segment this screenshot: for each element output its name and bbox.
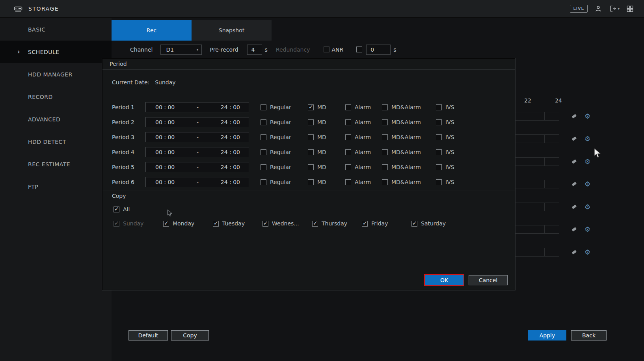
copy-button[interactable]: Copy — [171, 330, 209, 341]
gear-icon[interactable]: ⚙ — [584, 226, 590, 233]
regular-checkbox-cell[interactable]: Regular — [261, 164, 308, 170]
eraser-icon[interactable] — [571, 203, 577, 210]
alarm-checkbox[interactable] — [345, 164, 351, 170]
friday-checkbox[interactable] — [362, 221, 368, 227]
gear-icon[interactable]: ⚙ — [584, 136, 590, 142]
md-checkbox-cell[interactable]: MD — [308, 149, 345, 155]
regular-checkbox[interactable] — [261, 149, 266, 155]
md-alarm-checkbox-cell[interactable]: MD&Alarm — [382, 119, 436, 125]
md-checkbox-cell[interactable]: MD — [308, 104, 345, 110]
md-alarm-checkbox-cell[interactable]: MD&Alarm — [382, 149, 436, 155]
period-end-time[interactable]: 24 : 00 — [221, 104, 240, 110]
day-cell-saturday[interactable]: Saturday — [411, 220, 461, 227]
eraser-icon[interactable] — [571, 226, 577, 233]
period-start-time[interactable]: 00 : 00 — [155, 149, 175, 155]
gear-icon[interactable]: ⚙ — [584, 204, 590, 210]
regular-checkbox-cell[interactable]: Regular — [261, 134, 308, 140]
alarm-checkbox[interactable] — [345, 134, 351, 140]
md-checkbox-cell[interactable]: MD — [308, 179, 345, 185]
period-end-time[interactable]: 24 : 00 — [221, 149, 240, 155]
gear-icon[interactable]: ⚙ — [584, 249, 590, 255]
saturday-checkbox[interactable] — [411, 221, 417, 227]
period-time-range[interactable]: 00 : 00 - 24 : 00 — [145, 177, 249, 187]
sidebar-item-record[interactable]: RECORD — [0, 86, 112, 108]
copy-all-checkbox[interactable] — [114, 207, 119, 212]
md-alarm-checkbox[interactable] — [382, 179, 388, 185]
alarm-checkbox[interactable] — [345, 104, 351, 110]
md-alarm-checkbox[interactable] — [382, 119, 388, 125]
ivs-checkbox-cell[interactable]: IVS — [436, 119, 467, 125]
ivs-checkbox-cell[interactable]: IVS — [436, 134, 467, 140]
ivs-checkbox-cell[interactable]: IVS — [436, 179, 467, 185]
day-cell-monday[interactable]: Monday — [163, 220, 213, 227]
apply-button[interactable]: Apply — [528, 330, 566, 341]
regular-checkbox[interactable] — [261, 119, 266, 125]
regular-checkbox-cell[interactable]: Regular — [261, 149, 308, 155]
period-end-time[interactable]: 24 : 00 — [221, 134, 240, 140]
day-cell-friday[interactable]: Friday — [362, 220, 411, 227]
md-checkbox[interactable] — [308, 164, 314, 170]
alarm-checkbox-cell[interactable]: Alarm — [345, 164, 382, 170]
tab-rec[interactable]: Rec — [112, 20, 192, 41]
prerecord-input[interactable]: 4 — [247, 45, 262, 55]
logout-icon[interactable]: ▾ — [609, 5, 620, 13]
ivs-checkbox-cell[interactable]: IVS — [436, 104, 467, 110]
copy-all-cell[interactable]: All — [114, 206, 130, 212]
period-end-time[interactable]: 24 : 00 — [221, 164, 240, 170]
anr-checkbox[interactable] — [356, 47, 362, 52]
md-checkbox-cell[interactable]: MD — [308, 134, 345, 140]
md-checkbox-cell[interactable]: MD — [308, 164, 345, 170]
monday-checkbox[interactable] — [163, 221, 169, 227]
period-start-time[interactable]: 00 : 00 — [155, 119, 175, 125]
ivs-checkbox[interactable] — [436, 104, 442, 110]
eraser-icon[interactable] — [571, 180, 577, 187]
thursday-checkbox[interactable] — [312, 221, 318, 227]
day-cell-wednesday[interactable]: Wednes... — [262, 220, 312, 227]
md-checkbox-cell[interactable]: MD — [308, 119, 345, 125]
period-time-range[interactable]: 00 : 00 - 24 : 00 — [145, 117, 249, 127]
md-alarm-checkbox[interactable] — [382, 149, 388, 155]
eraser-icon[interactable] — [571, 158, 577, 165]
sidebar-item-hdd-detect[interactable]: HDD DETECT — [0, 130, 112, 153]
ivs-checkbox[interactable] — [436, 149, 442, 155]
period-end-time[interactable]: 24 : 00 — [221, 119, 240, 125]
eraser-icon[interactable] — [571, 113, 577, 119]
md-alarm-checkbox[interactable] — [382, 104, 388, 110]
md-checkbox[interactable] — [308, 179, 314, 185]
gear-icon[interactable]: ⚙ — [584, 113, 590, 119]
sidebar-item-ftp[interactable]: FTP — [0, 175, 112, 198]
sidebar-item-schedule[interactable]: › SCHEDULE — [0, 41, 112, 63]
alarm-checkbox-cell[interactable]: Alarm — [345, 104, 382, 110]
day-cell-tuesday[interactable]: Tuesday — [213, 220, 262, 227]
md-alarm-checkbox-cell[interactable]: MD&Alarm — [382, 134, 436, 140]
live-button[interactable]: LIVE — [570, 5, 588, 13]
md-alarm-checkbox-cell[interactable]: MD&Alarm — [382, 179, 436, 185]
alarm-checkbox[interactable] — [345, 119, 351, 125]
regular-checkbox[interactable] — [261, 104, 266, 110]
ivs-checkbox[interactable] — [436, 119, 442, 125]
channel-select[interactable]: D1 ▾ — [160, 45, 202, 55]
regular-checkbox-cell[interactable]: Regular — [261, 119, 308, 125]
md-checkbox[interactable] — [308, 119, 314, 125]
eraser-icon[interactable] — [571, 135, 577, 142]
regular-checkbox-cell[interactable]: Regular — [261, 104, 308, 110]
alarm-checkbox[interactable] — [345, 149, 351, 155]
md-checkbox[interactable] — [308, 104, 314, 110]
ivs-checkbox[interactable] — [436, 134, 442, 140]
sidebar-item-advanced[interactable]: ADVANCED — [0, 108, 112, 130]
layout-grid-icon[interactable] — [626, 5, 634, 13]
md-alarm-checkbox-cell[interactable]: MD&Alarm — [382, 164, 436, 170]
regular-checkbox[interactable] — [261, 164, 266, 170]
regular-checkbox[interactable] — [261, 134, 266, 140]
tuesday-checkbox[interactable] — [213, 221, 219, 227]
period-start-time[interactable]: 00 : 00 — [155, 164, 175, 170]
md-alarm-checkbox[interactable] — [382, 134, 388, 140]
user-icon[interactable] — [594, 5, 602, 13]
ivs-checkbox-cell[interactable]: IVS — [436, 149, 467, 155]
regular-checkbox-cell[interactable]: Regular — [261, 179, 308, 185]
sidebar-item-basic[interactable]: BASIC — [0, 18, 112, 41]
cancel-button[interactable]: Cancel — [469, 275, 508, 285]
alarm-checkbox[interactable] — [345, 179, 351, 185]
period-start-time[interactable]: 00 : 00 — [155, 104, 175, 110]
gear-icon[interactable]: ⚙ — [584, 181, 590, 187]
